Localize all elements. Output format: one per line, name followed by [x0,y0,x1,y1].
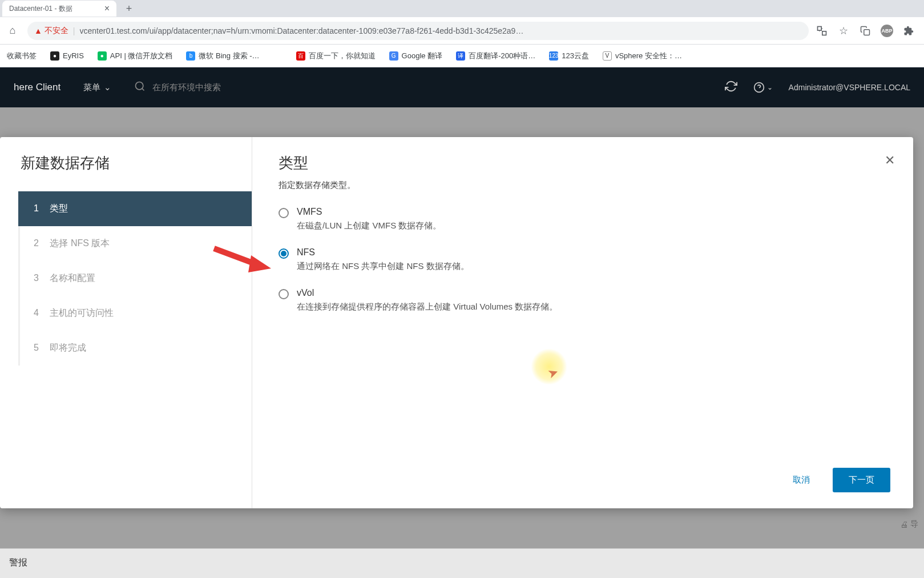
user-label[interactable]: Administrator@VSPHERE.LOCAL [789,83,910,92]
new-tab-button[interactable]: + [121,1,137,17]
bookmark-item[interactable]: b 微软 Bing 搜索 -… [186,51,259,61]
radio-icon [279,208,289,218]
bookmark-item[interactable]: G Google 翻译 [389,51,443,61]
bookmark-label: API | 微信开放文档 [110,51,173,61]
radio-icon [279,248,289,259]
url-text: vcenter01.test.com/ui/app/datacenter;nav… [80,26,524,35]
bookmark-item[interactable]: ● EyRIS [50,51,84,61]
new-datastore-dialog: 新建数据存储 1 类型 2 选择 NFS 版本 3 名称和配置 4 主机的可访问… [0,137,913,508]
wizard-step-name-config[interactable]: 3 名称和配置 [20,261,252,296]
svg-rect-0 [818,26,822,30]
step-label: 主机的可访问性 [50,308,114,318]
bookmark-item[interactable]: 译 百度翻译-200种语… [456,51,535,61]
step-number: 4 [34,308,47,318]
bookmark-label: 百度翻译-200种语… [469,51,535,61]
step-number: 5 [34,343,47,353]
alarm-label: 警报 [9,557,27,567]
home-icon[interactable]: ⌂ [5,23,21,39]
bookmark-item[interactable]: 123 123云盘 [549,51,589,61]
bookmark-label: 微软 Bing 搜索 -… [199,51,259,61]
content-title: 类型 [279,153,887,173]
extensions-icon[interactable] [902,25,915,37]
search-placeholder: 在所有环境中搜索 [152,82,221,93]
bookmark-favicon: ● [50,51,59,61]
content-subtitle: 指定数据存储类型。 [279,180,887,191]
menu-label: 菜单 [83,82,100,93]
chevron-down-icon: ⌄ [767,83,773,91]
option-description: 通过网络在 NFS 共享中创建 NFS 数据存储。 [297,261,887,272]
step-label: 即将完成 [50,343,86,352]
bookmark-favicon: 百 [296,51,305,61]
copy-icon[interactable] [859,25,871,37]
export-icon: 🖨 [900,520,908,529]
option-label: NFS [297,247,887,258]
radio-option-vmfs[interactable]: VMFS 在磁盘/LUN 上创建 VMFS 数据存储。 [279,207,887,231]
cancel-button[interactable]: 取消 [788,469,814,491]
wizard-sidebar: 新建数据存储 1 类型 2 选择 NFS 版本 3 名称和配置 4 主机的可访问… [0,137,252,508]
step-number: 2 [34,238,47,248]
tab-title: Datacenter-01 - 数据 [9,4,72,14]
vsphere-header: here Client 菜单 ⌄ 在所有环境中搜索 ⌄ Administrato… [0,67,924,107]
option-description: 在磁盘/LUN 上创建 VMFS 数据存储。 [297,220,887,231]
help-icon[interactable]: ⌄ [753,82,773,93]
radio-icon [279,289,289,299]
chevron-down-icon: ⌄ [104,82,111,93]
url-container[interactable]: ▲ 不安全 | vcenter01.test.com/ui/app/datace… [27,22,809,40]
step-number: 3 [34,273,47,283]
wizard-step-ready[interactable]: 5 即将完成 [20,331,252,366]
menu-dropdown[interactable]: 菜单 ⌄ [83,82,111,93]
svg-rect-1 [822,31,826,35]
alarm-bar[interactable]: 警报 [0,548,924,578]
bookmarks-label: 收藏书签 [7,51,37,61]
star-icon[interactable]: ☆ [837,25,850,37]
wizard-step-host-access[interactable]: 4 主机的可访问性 [20,296,252,331]
close-icon[interactable]: ✕ [885,153,895,168]
bookmark-item[interactable]: ● API | 微信开放文档 [98,51,173,61]
dialog-content: ✕ 类型 指定数据存储类型。 VMFS 在磁盘/LUN 上创建 VMFS 数据存… [252,137,913,508]
bookmark-favicon: b [186,51,195,61]
wizard-steps: 1 类型 2 选择 NFS 版本 3 名称和配置 4 主机的可访问性 5 即将完… [18,191,252,366]
wizard-step-nfs-version[interactable]: 2 选择 NFS 版本 [20,226,252,261]
step-label: 类型 [50,203,68,213]
vsphere-logo: here Client [14,82,60,93]
bookmark-favicon: 123 [549,51,558,61]
svg-point-3 [136,82,143,89]
abp-extension-icon[interactable]: ABP [881,25,893,37]
translate-icon[interactable] [816,25,828,37]
search-icon [134,81,146,95]
export-link[interactable]: 🖨 导 [900,519,918,529]
step-number: 1 [34,203,47,214]
radio-option-vvol[interactable]: vVol 在连接到存储提供程序的存储容器上创建 Virtual Volumes … [279,288,887,312]
dialog-title: 新建数据存储 [0,153,252,191]
insecure-warning: ▲ 不安全 [34,26,68,36]
bookmark-label: 123云盘 [562,51,589,61]
export-label: 导 [910,519,918,529]
browser-address-bar: ⌂ ▲ 不安全 | vcenter01.test.com/ui/app/data… [0,17,924,45]
dialog-footer: 取消 下一页 [788,468,890,492]
option-description: 在连接到存储提供程序的存储容器上创建 Virtual Volumes 数据存储。 [297,302,887,312]
browser-tab[interactable]: Datacenter-01 - 数据 × [2,1,116,17]
bookmark-label: 百度一下，你就知道 [309,51,376,61]
next-button[interactable]: 下一页 [833,468,890,492]
bookmark-item[interactable]: V vSphere 安全性：… [603,51,682,61]
bookmarks-bar: 收藏书签 ● EyRIS ● API | 微信开放文档 b 微软 Bing 搜索… [0,45,924,67]
bookmark-item[interactable]: 百 百度一下，你就知道 [296,51,376,61]
close-tab-icon[interactable]: × [104,3,110,14]
bookmark-favicon: 译 [456,51,465,61]
global-search[interactable]: 在所有环境中搜索 [134,81,221,95]
wizard-step-type[interactable]: 1 类型 [18,191,252,226]
bookmark-label: vSphere 安全性：… [615,51,682,61]
bookmark-favicon: G [389,51,398,61]
radio-option-nfs[interactable]: NFS 通过网络在 NFS 共享中创建 NFS 数据存储。 [279,247,887,272]
option-label: vVol [297,288,887,298]
bookmark-favicon: ● [98,51,107,61]
option-label: VMFS [297,207,887,217]
bookmark-favicon: V [603,51,612,61]
browser-tab-bar: Datacenter-01 - 数据 × + [0,0,924,17]
bookmark-label: EyRIS [63,51,84,60]
refresh-icon[interactable] [725,80,737,95]
svg-rect-2 [864,29,870,35]
bookmark-label: Google 翻译 [402,51,443,61]
step-label: 名称和配置 [50,273,95,283]
step-label: 选择 NFS 版本 [50,238,110,248]
